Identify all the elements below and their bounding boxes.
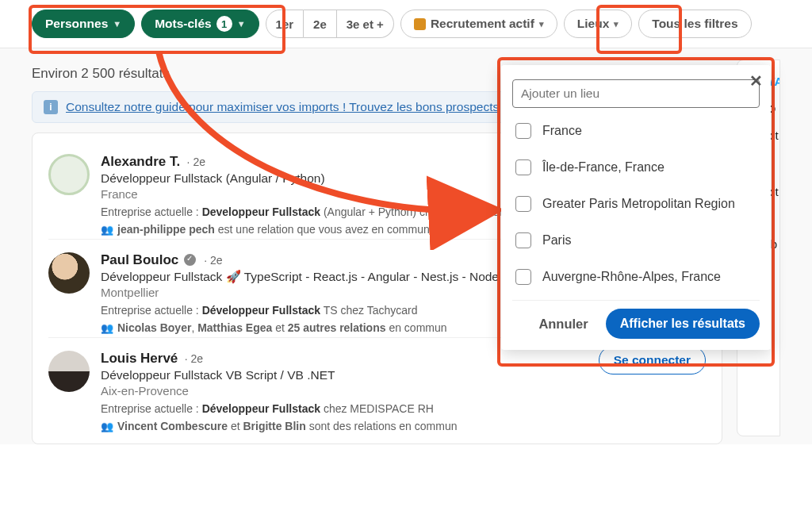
avatar [48, 154, 90, 195]
dropdown-option-label: Paris [542, 233, 571, 248]
avatar [48, 351, 90, 392]
person-degree: · 2e [204, 254, 222, 267]
caret-down-icon: ▼ [113, 19, 121, 29]
person-row[interactable]: Louis Hervé · 2e Développeur Fullstack V… [48, 338, 706, 436]
checkbox-icon[interactable] [515, 159, 531, 175]
person-degree: · 2e [185, 352, 203, 365]
dropdown-option-label: France [542, 124, 582, 138]
filter-lieux[interactable]: Lieux ▾ [564, 10, 632, 38]
avatar [48, 252, 90, 294]
lieux-dropdown: ✕ France Île-de-France, France Greater P… [501, 65, 771, 350]
caret-down-icon: ▾ [614, 19, 619, 29]
filter-personnes-label: Personnes [45, 17, 108, 31]
person-name: Louis Hervé [101, 351, 178, 366]
dropdown-option[interactable]: France [512, 113, 760, 149]
caret-down-icon: ▼ [237, 19, 246, 29]
dropdown-option-label: Greater Paris Metropolitan Region [542, 197, 735, 211]
location-input[interactable] [512, 79, 760, 108]
close-icon[interactable]: ✕ [749, 71, 763, 90]
guide-link[interactable]: Consultez notre guide pour maximiser vos… [66, 100, 499, 114]
apply-button[interactable]: Afficher les résultats [606, 309, 760, 339]
filter-recrutement[interactable]: Recrutement actif ▾ [400, 10, 557, 38]
filter-all-label: Tous les filtres [652, 17, 737, 31]
verified-icon [184, 254, 196, 266]
checkbox-icon[interactable] [515, 196, 531, 212]
filter-mots-cles[interactable]: Mots-clés 1 ▼ [141, 10, 259, 38]
dropdown-option[interactable]: Auvergne-Rhône-Alpes, France [512, 259, 760, 295]
cancel-button[interactable]: Annuler [529, 309, 597, 339]
filter-personnes[interactable]: Personnes ▼ [32, 10, 135, 38]
person-degree: · 2e [187, 156, 205, 168]
recrutement-icon [414, 18, 426, 30]
person-common: 👥 Vincent Combescure et Brigitte Blin so… [101, 420, 706, 432]
dropdown-option[interactable]: Île-de-France, France [512, 149, 760, 186]
checkbox-icon[interactable] [515, 269, 531, 285]
dropdown-option[interactable]: Paris [512, 222, 760, 259]
degree-group: 1er 2e 3e et + [266, 10, 394, 38]
connect-button[interactable]: Se connecter [599, 346, 706, 374]
checkbox-icon[interactable] [515, 232, 531, 248]
person-name: Alexandre T. [101, 154, 180, 169]
filter-lieux-label: Lieux [577, 17, 609, 31]
dropdown-option-label: Île-de-France, France [542, 160, 665, 175]
filter-mots-cles-count: 1 [216, 16, 232, 32]
people-icon: 👥 [101, 421, 113, 432]
dropdown-option[interactable]: Greater Paris Metropolitan Region [512, 186, 760, 222]
person-current: Entreprise actuelle : Développeur Fullst… [101, 402, 706, 415]
degree-1[interactable]: 1er [266, 10, 304, 38]
people-icon: 👥 [101, 224, 113, 236]
degree-3plus[interactable]: 3e et + [337, 10, 394, 38]
dropdown-actions: Annuler Afficher les résultats [512, 300, 760, 342]
people-icon: 👥 [101, 322, 113, 334]
filter-all[interactable]: Tous les filtres [638, 10, 751, 38]
checkbox-icon[interactable] [515, 123, 531, 139]
filter-mots-cles-label: Mots-clés [155, 17, 212, 31]
person-name: Paul Bouloc [101, 252, 178, 267]
person-location: Aix-en-Provence [101, 384, 706, 398]
info-icon: i [44, 100, 58, 114]
degree-2[interactable]: 2e [304, 10, 337, 38]
caret-down-icon: ▾ [539, 19, 544, 29]
filter-recrutement-label: Recrutement actif [431, 17, 534, 31]
dropdown-option-label: Auvergne-Rhône-Alpes, France [542, 270, 721, 284]
filter-bar: Personnes ▼ Mots-clés 1 ▼ 1er 2e 3e et +… [0, 0, 812, 48]
